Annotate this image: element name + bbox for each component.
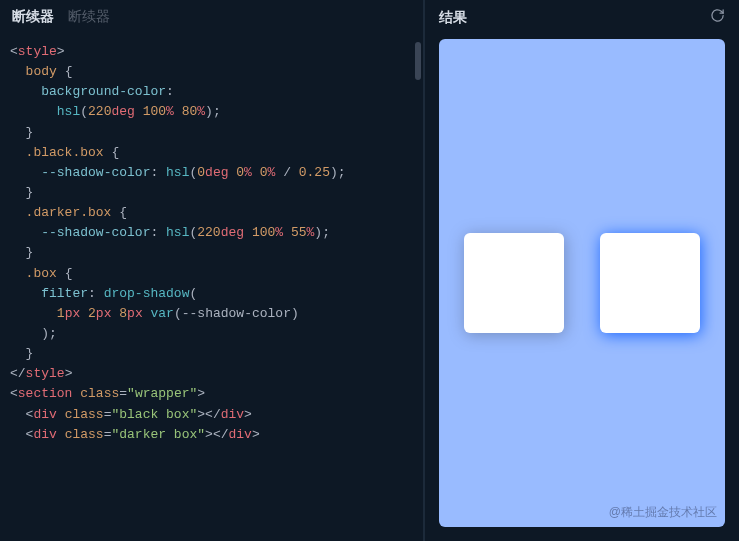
tab-editor-inactive[interactable]: 断续器 — [68, 8, 110, 26]
editor-scrollbar[interactable] — [415, 42, 421, 80]
editor-panel: 断续器 断续器 <style> body { background-color:… — [0, 0, 425, 541]
refresh-icon[interactable] — [710, 8, 725, 27]
result-preview: @稀土掘金技术社区 — [439, 39, 725, 527]
watermark: @稀土掘金技术社区 — [609, 504, 717, 521]
result-panel: 结果 @稀土掘金技术社区 — [425, 0, 739, 541]
result-title: 结果 — [439, 9, 467, 27]
app-root: 断续器 断续器 <style> body { background-color:… — [0, 0, 739, 541]
demo-box-darker — [600, 233, 700, 333]
demo-box-black — [464, 233, 564, 333]
code-editor[interactable]: <style> body { background-color: hsl(220… — [0, 34, 423, 541]
result-header: 结果 — [425, 0, 739, 35]
tab-editor-active[interactable]: 断续器 — [12, 8, 54, 26]
tab-bar: 断续器 断续器 — [0, 0, 423, 34]
